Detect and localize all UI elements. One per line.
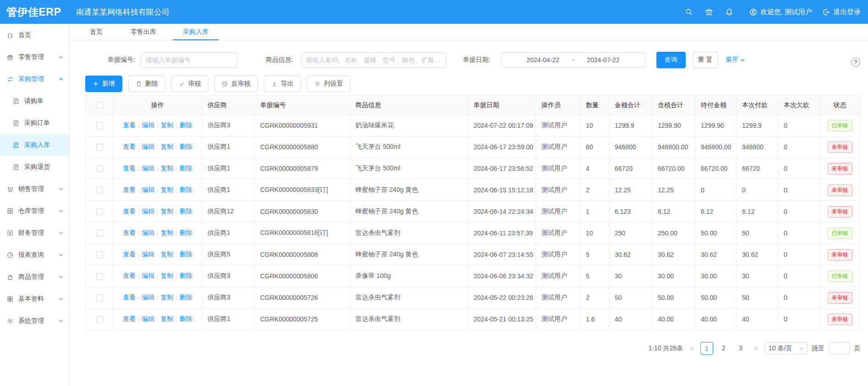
delete-link[interactable]: 删除 [180, 207, 192, 215]
sidebar-item-warehouse[interactable]: 仓库管理 [0, 200, 69, 222]
delete-button[interactable]: 删除 [128, 76, 165, 92]
sidebar-item-home[interactable]: 首页 [0, 24, 69, 46]
search-icon[interactable] [679, 8, 699, 16]
edit-link[interactable]: 编辑 [142, 229, 154, 236]
view-link[interactable]: 查看 [123, 207, 136, 215]
edit-link[interactable]: 编辑 [142, 207, 154, 215]
product-info-input[interactable] [301, 52, 447, 68]
date-range-picker[interactable]: 2024-04-22 ~ 2024-07-22 [501, 52, 645, 68]
row-checkbox[interactable] [96, 122, 103, 129]
delete-link[interactable]: 删除 [180, 164, 192, 172]
supplier-cell: 供应商1 [202, 136, 255, 158]
sidebar-item-purchase[interactable]: 采购管理 [0, 68, 69, 90]
copy-link[interactable]: 复制 [161, 164, 174, 172]
tab-retail-outbound[interactable]: 零售出库 [120, 24, 166, 40]
next-page-icon[interactable]: > [751, 345, 760, 352]
view-link[interactable]: 查看 [123, 229, 136, 236]
bank-icon[interactable] [699, 8, 719, 16]
row-checkbox[interactable] [96, 273, 103, 280]
view-link[interactable]: 查看 [123, 272, 136, 279]
sidebar-item-finance[interactable]: 财务管理 [0, 222, 69, 244]
page-number-3[interactable]: 3 [734, 342, 747, 355]
sidebar-item-purchase-request[interactable]: 请购单 [0, 90, 69, 112]
copy-link[interactable]: 复制 [161, 207, 174, 215]
copy-link[interactable]: 复制 [161, 229, 174, 236]
delete-link[interactable]: 删除 [180, 250, 192, 258]
copy-link[interactable]: 复制 [161, 143, 174, 150]
view-link[interactable]: 查看 [123, 315, 136, 322]
actions-cell: 查看|编辑|复制|删除 [114, 179, 202, 201]
sidebar-item-purchase-order[interactable]: 采购订单 [0, 112, 69, 134]
edit-link[interactable]: 编辑 [142, 143, 154, 150]
add-button[interactable]: 新增 [85, 76, 122, 92]
audit-button[interactable]: 审核 [171, 76, 208, 92]
date-to-value[interactable]: 2024-07-22 [587, 56, 620, 64]
expand-link[interactable]: 展开 [726, 56, 745, 64]
row-checkbox[interactable] [96, 316, 103, 323]
row-checkbox[interactable] [96, 165, 103, 172]
row-checkbox[interactable] [96, 251, 103, 258]
delete-link[interactable]: 删除 [180, 186, 192, 193]
bell-icon[interactable] [719, 8, 739, 16]
page-number-2[interactable]: 2 [717, 342, 730, 355]
edit-link[interactable]: 编辑 [142, 294, 154, 301]
row-checkbox[interactable] [96, 187, 103, 194]
row-checkbox[interactable] [96, 294, 103, 301]
order-no-input[interactable] [141, 52, 238, 68]
edit-link[interactable]: 编辑 [142, 164, 154, 172]
copy-link[interactable]: 复制 [161, 250, 174, 258]
logout-button[interactable]: 退出登录 [822, 8, 861, 16]
edit-link[interactable]: 编辑 [142, 272, 154, 279]
edit-link[interactable]: 编辑 [142, 121, 154, 129]
tab-home[interactable]: 首页 [73, 24, 119, 40]
delete-link[interactable]: 删除 [180, 272, 192, 279]
delete-link[interactable]: 删除 [180, 315, 192, 322]
row-checkbox[interactable] [96, 144, 103, 151]
sidebar-item-purchase-inbound[interactable]: 采购入库 [0, 134, 69, 156]
unaudit-button[interactable]: 反审核 [214, 76, 258, 92]
edit-link[interactable]: 编辑 [142, 186, 154, 193]
user-menu[interactable]: 欢迎您, 测试用户 [749, 8, 812, 16]
select-all-checkbox[interactable] [96, 102, 103, 109]
page-size-select[interactable]: 10 条/页 [764, 342, 808, 355]
delete-link[interactable]: 删除 [180, 121, 192, 129]
copy-link[interactable]: 复制 [161, 272, 174, 279]
sidebar-item-system[interactable]: 系统管理 [0, 310, 69, 332]
delete-link[interactable]: 删除 [180, 143, 192, 150]
date-from-value[interactable]: 2024-04-22 [526, 56, 559, 64]
sidebar-item-products[interactable]: 商品管理 [0, 266, 69, 288]
view-link[interactable]: 查看 [123, 186, 136, 193]
view-link[interactable]: 查看 [123, 164, 136, 172]
copy-link[interactable]: 复制 [161, 294, 174, 301]
delete-link[interactable]: 删除 [180, 294, 192, 301]
tab-purchase-inbound[interactable]: 采购入库 [173, 24, 218, 40]
date-cell: 2024-06-15 15:12:18 [468, 179, 536, 201]
sidebar-item-purchase-return[interactable]: 采购退货 [0, 156, 69, 178]
sidebar-item-base-data[interactable]: 基本资料 [0, 288, 69, 310]
copy-link[interactable]: 复制 [161, 186, 174, 193]
view-link[interactable]: 查看 [123, 250, 136, 258]
view-link[interactable]: 查看 [123, 294, 136, 301]
sidebar-item-sales[interactable]: 销售管理 [0, 178, 69, 200]
copy-link[interactable]: 复制 [161, 121, 174, 129]
page-number-1[interactable]: 1 [700, 342, 713, 355]
reset-button[interactable]: 重 置 [693, 52, 718, 68]
view-link[interactable]: 查看 [123, 121, 136, 129]
copy-link[interactable]: 复制 [161, 315, 174, 322]
query-button[interactable]: 查询 [656, 52, 686, 68]
col-header-qty: 数量 [580, 96, 609, 115]
row-checkbox[interactable] [96, 208, 103, 215]
sidebar-item-reports[interactable]: 报表查询 [0, 244, 69, 266]
edit-link[interactable]: 编辑 [142, 250, 154, 258]
delete-link[interactable]: 删除 [180, 229, 192, 236]
column-settings-button[interactable]: 列设置 [307, 76, 350, 92]
help-icon[interactable]: ? [851, 58, 860, 67]
edit-link[interactable]: 编辑 [142, 315, 154, 322]
row-checkbox[interactable] [96, 230, 103, 237]
gear-icon [314, 81, 321, 87]
sidebar-item-retail[interactable]: 零售管理 [0, 46, 69, 68]
prev-page-icon[interactable]: < [687, 345, 696, 352]
export-button[interactable]: 导出 [264, 76, 301, 92]
view-link[interactable]: 查看 [123, 143, 136, 150]
jump-page-input[interactable] [829, 342, 850, 355]
